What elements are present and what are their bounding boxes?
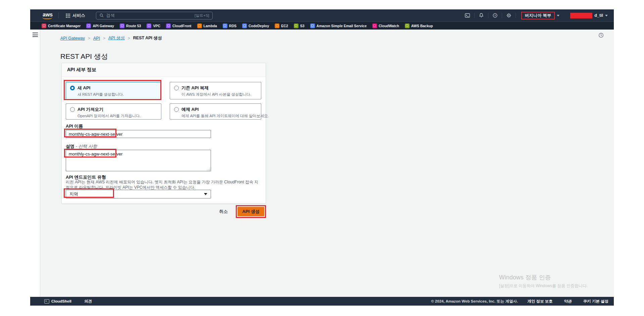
hamburger-menu-icon[interactable] xyxy=(33,33,38,37)
aws-logo-smile xyxy=(42,17,52,19)
description-textarea[interactable]: monthly-cs-agw-next-server xyxy=(66,150,211,171)
console-footer: CloudShell 의견 © 2024, Amazon Web Service… xyxy=(30,297,614,306)
breadcrumb-separator: > xyxy=(103,36,105,41)
search-placeholder: 검색 xyxy=(106,13,115,18)
annotation-box: API 생성 xyxy=(236,205,266,218)
services-label: 서비스 xyxy=(72,13,85,18)
account-menu[interactable]: d_til xyxy=(568,12,610,19)
favorite-service-aws-backup[interactable]: AWS Backup xyxy=(405,24,433,28)
option-tile-example-api[interactable]: 예제 API 예제 API를 통해 API 게이트웨이에 대해 알아보세요. xyxy=(170,103,261,120)
api-name-label: API 이름 xyxy=(66,123,83,129)
description-label: 설명 - 선택 사항 xyxy=(66,143,97,149)
option-label: API 가져오기 xyxy=(77,106,103,112)
terminal-icon xyxy=(44,299,49,304)
favorite-service-rds[interactable]: RDS xyxy=(223,24,236,28)
favorite-service-s3[interactable]: S3 xyxy=(294,24,305,28)
cloudshell-button[interactable]: CloudShell xyxy=(42,299,73,304)
notifications-bell-icon[interactable] xyxy=(475,9,488,21)
grid-icon xyxy=(65,13,70,18)
option-tile-new-api[interactable]: 새 API 새 REST API를 생성합니다. xyxy=(66,82,161,99)
favorite-service-vpc[interactable]: VPC xyxy=(147,24,160,28)
footer-right-group: © 2024, Amazon Web Services, Inc. 또는 계열사… xyxy=(431,299,610,304)
api-name-input[interactable] xyxy=(66,130,211,138)
option-tile-import-api[interactable]: API 가져오기 OpenAPI 정의에서 API를 가져옵니다. xyxy=(66,103,161,120)
account-redaction-box xyxy=(570,13,592,18)
create-api-button[interactable]: API 생성 xyxy=(237,207,264,216)
favorite-service-label: Certificate Manager xyxy=(48,24,80,28)
option-tile-clone-api[interactable]: 기존 API 복제 이 AWS 계정에서 API 사본을 생성합니다. xyxy=(170,82,261,99)
favorite-service-label: VPC xyxy=(153,24,160,28)
cloudshell-terminal-icon[interactable] xyxy=(461,9,474,21)
service-icon xyxy=(405,24,410,28)
chevron-down-icon xyxy=(605,15,608,16)
search-shortcut-hint: [알트+S] xyxy=(195,13,209,18)
browser-viewport: aws 서비스 검색 [알트+S] xyxy=(30,9,614,306)
privacy-link[interactable]: 개인 정보 보호 xyxy=(525,299,554,304)
favorite-service-codedeploy[interactable]: CodeDeploy xyxy=(242,24,269,28)
aws-logo[interactable]: aws xyxy=(42,12,54,19)
radio-icon[interactable] xyxy=(174,86,179,90)
cloudshell-label: CloudShell xyxy=(51,299,71,303)
service-icon xyxy=(166,24,171,28)
page-title: REST API 생성 xyxy=(60,52,108,61)
description-optional-text: - 선택 사항 xyxy=(76,144,97,149)
region-selector[interactable]: 버지니아 북부 xyxy=(519,11,561,20)
option-description: 이 AWS 계정에서 API 사본을 생성합니다. xyxy=(181,92,261,97)
chevron-down-icon xyxy=(204,193,207,195)
terms-link[interactable]: 약관 xyxy=(562,299,574,304)
endpoint-type-selected-value: 지역 xyxy=(69,191,78,197)
cancel-button[interactable]: 취소 xyxy=(217,208,230,215)
breadcrumb-link-create-api[interactable]: API 생성 xyxy=(108,35,125,41)
favorite-service-label: Lambda xyxy=(204,24,217,28)
watermark-line1: Windows 정품 인증 xyxy=(499,273,588,281)
aws-top-nav: aws 서비스 검색 [알트+S] xyxy=(30,9,614,21)
feedback-button[interactable]: 의견 xyxy=(82,299,94,304)
breadcrumb-current: REST API 생성 xyxy=(133,35,162,41)
service-icon xyxy=(197,24,202,28)
favorite-service-amazon-simple-email-service[interactable]: Amazon Simple Email Service xyxy=(310,24,367,28)
service-icon xyxy=(86,24,91,28)
favorites-bar: Certificate ManagerAPI GatewayRoute 53VP… xyxy=(30,21,614,30)
breadcrumb-link-api-gateway[interactable]: API Gateway xyxy=(60,36,85,41)
breadcrumb: API Gateway > API > API 생성 > REST API 생성 xyxy=(60,35,162,41)
favorite-service-cloudfront[interactable]: CloudFront xyxy=(166,24,192,28)
side-nav-strip xyxy=(30,30,40,297)
favorite-service-route-53[interactable]: Route 53 xyxy=(120,24,141,28)
cookie-preferences-link[interactable]: 쿠키 기본 설정 xyxy=(581,299,610,304)
favorite-service-label: API Gateway xyxy=(93,24,114,28)
endpoint-type-select[interactable]: 지역 xyxy=(66,190,211,198)
notifications-history-icon[interactable] xyxy=(598,32,604,38)
nav-divider xyxy=(58,12,59,18)
search-icon xyxy=(99,13,104,18)
service-icon xyxy=(242,24,247,28)
nav-right-group: ? 버지니아 북부 d_til xyxy=(461,9,610,21)
favorite-service-cloudwatch[interactable]: CloudWatch xyxy=(372,24,399,28)
favorite-service-certificate-manager[interactable]: Certificate Manager xyxy=(42,24,80,28)
favorite-service-label: EC2 xyxy=(281,24,288,28)
svg-text:?: ? xyxy=(494,14,496,17)
breadcrumb-separator: > xyxy=(128,36,130,41)
nav-divider xyxy=(516,13,516,18)
help-icon[interactable]: ? xyxy=(488,9,502,21)
main-panel: API Gateway > API > API 생성 > REST API 생성… xyxy=(40,30,614,297)
favorite-service-label: CloudWatch xyxy=(379,24,399,28)
radio-checked-icon[interactable] xyxy=(70,86,75,90)
search-input[interactable]: 검색 [알트+S] xyxy=(96,12,213,19)
windows-activation-watermark: Windows 정품 인증 [설정]으로 이동하여 Windows를 정품 인증… xyxy=(499,273,588,289)
favorite-service-api-gateway[interactable]: API Gateway xyxy=(86,24,114,28)
watermark-line2: [설정]으로 이동하여 Windows를 정품 인증합니다. xyxy=(499,283,588,289)
option-label: 새 API xyxy=(77,85,90,91)
services-menu-button[interactable]: 서비스 xyxy=(63,12,87,19)
breadcrumb-link-api[interactable]: API xyxy=(93,36,100,41)
annotation-box-region: 버지니아 북부 xyxy=(521,12,555,19)
favorite-service-ec2[interactable]: EC2 xyxy=(275,24,288,28)
card-title: API 세부 정보 xyxy=(62,63,266,77)
favorite-service-label: AWS Backup xyxy=(411,24,433,28)
option-label: 기존 API 복제 xyxy=(181,85,209,91)
service-icon xyxy=(275,24,279,28)
settings-gear-icon[interactable] xyxy=(502,9,516,21)
radio-icon[interactable] xyxy=(174,107,179,112)
service-icon xyxy=(310,24,315,28)
radio-icon[interactable] xyxy=(70,107,75,112)
favorite-service-lambda[interactable]: Lambda xyxy=(197,24,217,28)
